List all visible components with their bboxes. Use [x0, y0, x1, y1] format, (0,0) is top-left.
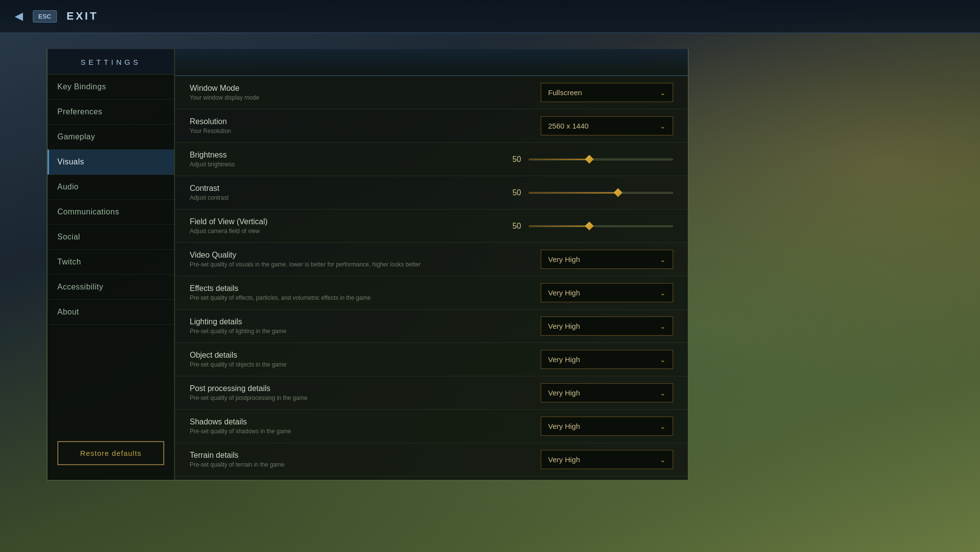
settings-panel: SETTINGS Key BindingsPreferencesGameplay…: [47, 49, 689, 481]
setting-name-fov: Field of View (Vertical): [190, 217, 506, 226]
setting-desc-resolution: Your Resolution: [190, 128, 541, 134]
setting-info-fov: Field of View (Vertical)Adjust camera fi…: [190, 217, 506, 235]
setting-info-object-details: Object detailsPre-set quality of objects…: [190, 351, 541, 368]
back-arrow-icon[interactable]: ◀: [15, 10, 23, 23]
dropdown-value-lighting-details: Very High: [548, 322, 580, 330]
dropdown-value-video-quality: Very High: [548, 255, 580, 263]
setting-info-effects-details: Effects detailsPre-set quality of effect…: [190, 284, 541, 301]
dropdown-window-mode[interactable]: Fullscreen⌄: [541, 83, 673, 102]
setting-row-resolution: ResolutionYour Resolution2560 x 1440⌄: [175, 109, 688, 143]
setting-row-terrain-details: Terrain detailsPre-set quality of terrai…: [175, 443, 688, 476]
slider-track-fov[interactable]: [528, 225, 673, 227]
slider-track-contrast[interactable]: [528, 192, 673, 194]
slider-fill-brightness: [529, 159, 589, 160]
sidebar-item-key-bindings[interactable]: Key Bindings: [48, 75, 174, 100]
setting-row-post-processing: Post processing detailsPre-set quality o…: [175, 376, 688, 410]
slider-fill-fov: [529, 226, 589, 227]
setting-desc-video-quality: Pre-set quality of visuals in the game, …: [190, 261, 541, 268]
setting-name-lighting-details: Lighting details: [190, 317, 541, 326]
restore-defaults-button[interactable]: Restore defaults: [57, 441, 164, 465]
setting-row-object-details: Object detailsPre-set quality of objects…: [175, 343, 688, 376]
setting-info-brightness: BrightnessAdjust brightness: [190, 151, 506, 168]
slider-thumb-fov[interactable]: [585, 222, 594, 231]
setting-row-lighting-details: Lighting detailsPre-set quality of light…: [175, 310, 688, 343]
setting-name-shadows-details: Shadows details: [190, 418, 541, 426]
setting-desc-brightness: Adjust brightness: [190, 161, 506, 168]
esc-badge[interactable]: ESC: [33, 10, 57, 23]
setting-row-effects-details: Effects detailsPre-set quality of effect…: [175, 276, 688, 310]
dropdown-arrow-icon: ⌄: [660, 422, 666, 430]
setting-info-contrast: ContrastAdjust contrast: [190, 184, 506, 201]
dropdown-value-window-mode: Fullscreen: [548, 88, 582, 97]
sidebar-item-communications[interactable]: Communications: [48, 200, 174, 225]
slider-value-fov: 50: [506, 222, 521, 231]
top-bar: ◀ ESC EXIT: [0, 0, 980, 33]
setting-name-brightness: Brightness: [190, 151, 506, 159]
dropdown-post-processing[interactable]: Very High⌄: [541, 383, 673, 402]
setting-info-video-quality: Video QualityPre-set quality of visuals …: [190, 251, 541, 268]
slider-contrast[interactable]: 50: [506, 188, 673, 197]
setting-name-window-mode: Window Mode: [190, 84, 541, 93]
dropdown-arrow-icon: ⌄: [660, 389, 666, 397]
sidebar-item-preferences[interactable]: Preferences: [48, 100, 174, 125]
dropdown-effects-details[interactable]: Very High⌄: [541, 283, 673, 302]
setting-desc-contrast: Adjust contrast: [190, 194, 506, 201]
slider-thumb-contrast[interactable]: [614, 188, 623, 197]
setting-desc-post-processing: Pre-set quality of postprocessing in the…: [190, 394, 541, 401]
setting-desc-lighting-details: Pre-set quality of lighting in the game: [190, 328, 541, 335]
setting-desc-terrain-details: Pre-set quality of terrain in the game: [190, 461, 541, 468]
dropdown-arrow-icon: ⌄: [660, 456, 666, 464]
dropdown-arrow-icon: ⌄: [660, 356, 666, 364]
setting-name-contrast: Contrast: [190, 184, 506, 193]
settings-rows: Window ModeYour window display modeFulls…: [175, 76, 688, 480]
slider-track-brightness[interactable]: [528, 158, 673, 160]
dropdown-value-resolution: 2560 x 1440: [548, 122, 589, 130]
setting-row-video-quality: Video QualityPre-set quality of visuals …: [175, 243, 688, 276]
dropdown-arrow-icon: ⌄: [660, 89, 666, 97]
dropdown-terrain-details[interactable]: Very High⌄: [541, 450, 673, 469]
dropdown-arrow-icon: ⌄: [660, 322, 666, 330]
setting-name-object-details: Object details: [190, 351, 541, 360]
dropdown-value-effects-details: Very High: [548, 289, 580, 297]
setting-row-contrast: ContrastAdjust contrast50: [175, 176, 688, 210]
setting-name-terrain-details: Terrain details: [190, 451, 541, 460]
setting-info-window-mode: Window ModeYour window display mode: [190, 84, 541, 101]
dropdown-arrow-icon: ⌄: [660, 256, 666, 263]
setting-name-post-processing: Post processing details: [190, 384, 541, 393]
setting-desc-object-details: Pre-set quality of objects in the game: [190, 361, 541, 368]
setting-info-lighting-details: Lighting detailsPre-set quality of light…: [190, 317, 541, 335]
sidebar-item-accessibility[interactable]: Accessibility: [48, 275, 174, 300]
slider-thumb-brightness[interactable]: [585, 155, 594, 164]
dropdown-object-details[interactable]: Very High⌄: [541, 350, 673, 369]
setting-name-video-quality: Video Quality: [190, 251, 541, 260]
dropdown-resolution[interactable]: 2560 x 1440⌄: [541, 116, 673, 135]
dropdown-video-quality[interactable]: Very High⌄: [541, 250, 673, 269]
sidebar-item-audio[interactable]: Audio: [48, 175, 174, 200]
slider-fov[interactable]: 50: [506, 222, 673, 231]
setting-row-texture-details: Texture detailsPre-set quality of textur…: [175, 476, 688, 480]
sidebar-item-visuals[interactable]: Visuals: [48, 150, 174, 175]
sidebar-item-about[interactable]: About: [48, 300, 174, 325]
content-header: [175, 49, 688, 76]
dropdown-value-object-details: Very High: [548, 355, 580, 364]
dropdown-value-shadows-details: Very High: [548, 422, 580, 430]
setting-desc-fov: Adjust camera field of view: [190, 228, 506, 235]
setting-desc-effects-details: Pre-set quality of effects, particles, a…: [190, 294, 541, 301]
dropdown-shadows-details[interactable]: Very High⌄: [541, 417, 673, 436]
setting-info-terrain-details: Terrain detailsPre-set quality of terrai…: [190, 451, 541, 468]
settings-title: SETTINGS: [48, 49, 174, 75]
sidebar-item-gameplay[interactable]: Gameplay: [48, 125, 174, 150]
sidebar-item-twitch[interactable]: Twitch: [48, 250, 174, 275]
setting-row-shadows-details: Shadows detailsPre-set quality of shadow…: [175, 410, 688, 443]
setting-info-shadows-details: Shadows detailsPre-set quality of shadow…: [190, 418, 541, 435]
sidebar: SETTINGS Key BindingsPreferencesGameplay…: [48, 49, 175, 480]
dropdown-lighting-details[interactable]: Very High⌄: [541, 316, 673, 336]
nav-list: Key BindingsPreferencesGameplayVisualsAu…: [48, 75, 174, 325]
setting-row-brightness: BrightnessAdjust brightness50: [175, 143, 688, 176]
sidebar-item-social[interactable]: Social: [48, 225, 174, 250]
setting-row-window-mode: Window ModeYour window display modeFulls…: [175, 76, 688, 109]
settings-content[interactable]: Window ModeYour window display modeFulls…: [175, 49, 688, 480]
setting-desc-shadows-details: Pre-set quality of shadows in the game: [190, 428, 541, 435]
slider-brightness[interactable]: 50: [506, 155, 673, 164]
slider-fill-contrast: [529, 192, 618, 193]
